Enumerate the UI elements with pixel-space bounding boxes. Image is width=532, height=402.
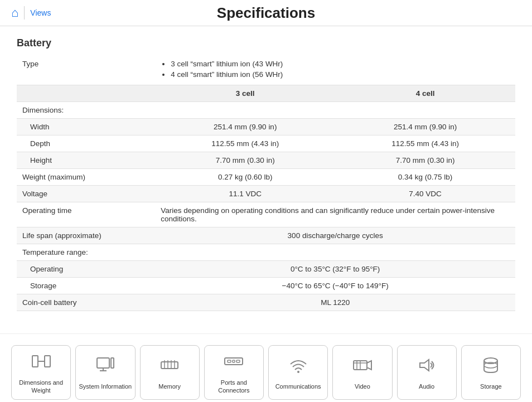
svg-rect-19 — [236, 360, 240, 362]
table-row: Storage −40°C to 65°C (−40°F to 149°F) — [17, 278, 515, 294]
type-bullets: 3 cell “smart” lithium ion (43 WHr) 4 ce… — [161, 60, 510, 79]
nav-item-memory[interactable]: Memory — [140, 345, 200, 400]
row-value: 7.70 mm (0.30 in) — [335, 152, 515, 169]
table-row: Life span (approximate) 300 discharge/ch… — [17, 227, 515, 244]
row-label: Operating time — [17, 202, 155, 227]
svg-marker-26 — [420, 360, 429, 371]
row-value: ML 1220 — [155, 294, 515, 311]
nav-item-audio[interactable]: Audio — [397, 345, 457, 400]
group-label-dimensions: Dimensions: — [17, 102, 515, 119]
battery-table: Type 3 cell “smart” lithium ion (43 WHr)… — [17, 56, 515, 311]
row-value: 251.4 mm (9.90 in) — [155, 119, 335, 135]
audio-icon — [417, 355, 437, 379]
views-link[interactable]: Views — [30, 8, 51, 17]
svg-rect-0 — [32, 356, 38, 367]
row-label: Life span (approximate) — [17, 227, 155, 244]
row-label: Type — [17, 56, 155, 85]
nav-item-dimensions[interactable]: Dimensions and Weight — [11, 345, 71, 400]
row-value: 0°C to 35°C (32°F to 95°F) — [155, 261, 515, 278]
row-value: −40°C to 65°C (−40°F to 149°F) — [155, 278, 515, 294]
table-row: Coin-cell battery ML 1220 — [17, 294, 515, 311]
svg-point-20 — [297, 371, 299, 373]
table-row: Operating time Varies depending on opera… — [17, 202, 515, 227]
list-item: 4 cell “smart” lithium ion (56 WHr) — [171, 70, 510, 79]
row-label: Voltage — [17, 186, 155, 202]
nav-label-storage: Storage — [480, 382, 502, 390]
svg-rect-6 — [111, 358, 114, 368]
dimensions-icon — [31, 351, 51, 375]
table-row: Dimensions: — [17, 102, 515, 119]
row-value: 7.40 VDC — [335, 186, 515, 202]
group-label-temp: Temperature range: — [17, 244, 515, 261]
column-header-row: 3 cell 4 cell — [17, 85, 515, 102]
nav-item-storage[interactable]: Storage — [461, 345, 521, 400]
col-4cell-header: 4 cell — [335, 85, 515, 102]
row-label: Height — [17, 152, 155, 169]
svg-rect-3 — [97, 358, 109, 368]
row-value: 251.4 mm (9.90 in) — [335, 119, 515, 135]
nav-label-system: System Information — [79, 382, 132, 390]
system-icon — [95, 355, 115, 379]
nav-grid-row1: Dimensions and Weight System Information… — [0, 333, 532, 402]
memory-icon — [159, 355, 180, 379]
table-row: Weight (maximum) 0.27 kg (0.60 lb) 0.34 … — [17, 169, 515, 186]
row-label: Storage — [17, 278, 155, 294]
list-item: 3 cell “smart” lithium ion (43 WHr) — [171, 60, 510, 68]
row-value: 300 discharge/charge cycles — [155, 227, 515, 244]
row-value: 11.1 VDC — [155, 186, 335, 202]
table-row: Temperature range: — [17, 244, 515, 261]
row-label: Weight (maximum) — [17, 169, 155, 186]
nav-label-audio: Audio — [419, 382, 434, 390]
page-title: Specifications — [217, 4, 315, 22]
nav-label-video: Video — [355, 382, 370, 390]
video-icon — [352, 355, 373, 379]
header-divider — [24, 6, 25, 20]
nav-item-video[interactable]: Video — [332, 345, 392, 400]
nav-item-comms[interactable]: Communications — [268, 345, 328, 400]
comms-icon — [288, 355, 308, 379]
svg-rect-1 — [45, 356, 50, 367]
table-row: Height 7.70 mm (0.30 in) 7.70 mm (0.30 i… — [17, 152, 515, 169]
app-header: ⌂ Views Specifications — [0, 0, 532, 26]
nav-label-ports: Ports and Connectors — [207, 379, 261, 395]
svg-rect-7 — [161, 362, 178, 369]
ports-icon — [224, 351, 244, 375]
row-label: Coin-cell battery — [17, 294, 155, 311]
svg-rect-17 — [228, 360, 231, 362]
nav-label-memory: Memory — [158, 382, 181, 390]
row-value: 0.27 kg (0.60 lb) — [155, 169, 335, 186]
col-3cell-header: 3 cell — [155, 85, 335, 102]
row-value: 7.70 mm (0.30 in) — [155, 152, 335, 169]
row-label: Depth — [17, 135, 155, 152]
svg-marker-25 — [367, 361, 371, 370]
home-icon[interactable]: ⌂ — [11, 6, 18, 20]
row-value: 0.34 kg (0.75 lb) — [335, 169, 515, 186]
svg-rect-18 — [233, 360, 235, 362]
main-content: Battery Type 3 cell “smart” lithium ion … — [0, 26, 532, 322]
row-label: Width — [17, 119, 155, 135]
table-row: Depth 112.55 mm (4.43 in) 112.55 mm (4.4… — [17, 135, 515, 152]
row-value: 3 cell “smart” lithium ion (43 WHr) 4 ce… — [155, 56, 515, 85]
nav-label-comms: Communications — [275, 382, 321, 390]
nav-label-dimensions: Dimensions and Weight — [14, 379, 68, 395]
row-value: 112.55 mm (4.43 in) — [155, 135, 335, 152]
table-row: Operating 0°C to 35°C (32°F to 95°F) — [17, 261, 515, 278]
row-value: Varies depending on operating conditions… — [155, 202, 515, 227]
storage-icon — [481, 355, 501, 379]
battery-section-title: Battery — [17, 37, 515, 49]
nav-item-system[interactable]: System Information — [75, 345, 135, 400]
table-row: Voltage 11.1 VDC 7.40 VDC — [17, 186, 515, 202]
nav-item-ports[interactable]: Ports and Connectors — [204, 345, 264, 400]
header-nav: ⌂ Views — [11, 6, 51, 20]
row-value: 112.55 mm (4.43 in) — [335, 135, 515, 152]
table-row: Type 3 cell “smart” lithium ion (43 WHr)… — [17, 56, 515, 85]
table-row: Width 251.4 mm (9.90 in) 251.4 mm (9.90 … — [17, 119, 515, 135]
row-label: Operating — [17, 261, 155, 278]
